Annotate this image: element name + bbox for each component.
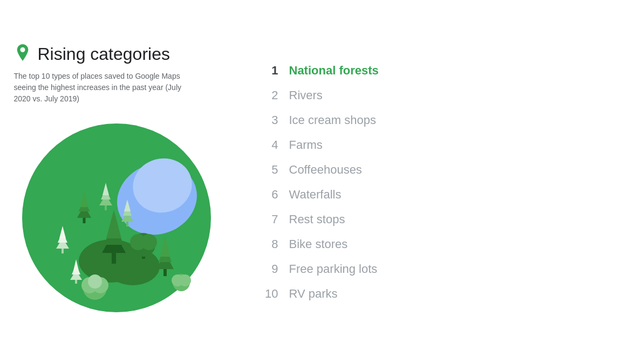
item-label: Farms <box>289 138 323 152</box>
main-container: Rising categories The top 10 types of pl… <box>14 44 608 320</box>
list-item: 9Free parking lots <box>262 257 608 281</box>
chart-illustration <box>14 115 219 320</box>
subtitle-text: The top 10 types of places saved to Goog… <box>14 71 197 105</box>
svg-point-42 <box>179 274 191 286</box>
rank-number: 7 <box>262 212 278 226</box>
pin-icon <box>14 44 31 64</box>
rank-number: 6 <box>262 188 278 202</box>
left-panel: Rising categories The top 10 types of pl… <box>14 44 241 320</box>
item-label: Ice cream shops <box>289 113 376 127</box>
svg-point-46 <box>141 234 157 250</box>
item-label: Rivers <box>289 88 323 102</box>
rank-number: 1 <box>262 64 278 78</box>
rank-number: 9 <box>262 262 278 276</box>
page-title: Rising categories <box>38 44 170 64</box>
list-item: 10RV parks <box>262 281 608 306</box>
item-label: Waterfalls <box>289 188 342 202</box>
right-panel: 1National forests2Rivers3Ice cream shops… <box>262 58 608 306</box>
item-label: Free parking lots <box>289 262 378 276</box>
list-item: 8Bike stores <box>262 232 608 257</box>
rank-number: 5 <box>262 163 278 177</box>
item-label: Coffeehouses <box>289 163 362 177</box>
item-label: Rest stops <box>289 212 345 226</box>
title-row: Rising categories <box>14 44 241 64</box>
item-label: RV parks <box>289 287 338 301</box>
rank-number: 3 <box>262 113 278 127</box>
list-item: 5Coffeehouses <box>262 157 608 182</box>
rank-number: 10 <box>262 287 278 301</box>
rank-number: 2 <box>262 88 278 102</box>
svg-point-0 <box>20 47 25 52</box>
list-item: 4Farms <box>262 133 608 157</box>
rank-number: 4 <box>262 138 278 152</box>
rankings-list: 1National forests2Rivers3Ice cream shops… <box>262 58 608 306</box>
item-label: National forests <box>289 64 379 78</box>
list-item: 6Waterfalls <box>262 182 608 207</box>
list-item: 2Rivers <box>262 83 608 108</box>
item-label: Bike stores <box>289 237 348 251</box>
list-item: 3Ice cream shops <box>262 108 608 133</box>
list-item: 1National forests <box>262 58 608 83</box>
list-item: 7Rest stops <box>262 207 608 232</box>
rank-number: 8 <box>262 237 278 251</box>
svg-point-38 <box>88 274 102 289</box>
